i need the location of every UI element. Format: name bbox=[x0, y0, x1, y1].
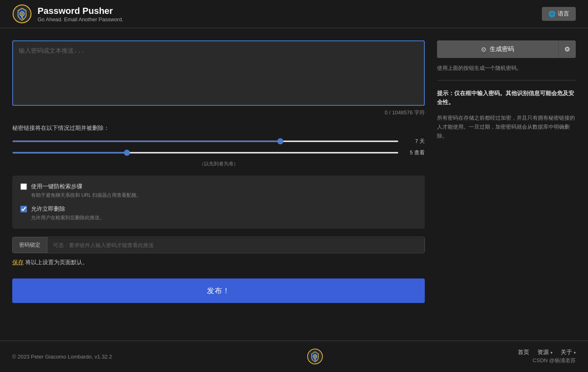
gear-button[interactable]: ⚙ bbox=[558, 40, 576, 58]
options-box: 使用一键防检索步骤 有助于避免聊天系统和 URL 扫描器占用查看配额。 允许立即… bbox=[12, 176, 425, 229]
gear-icon: ⚙ bbox=[564, 46, 570, 53]
password-lock-row: 密码锁定 bbox=[12, 237, 425, 253]
generate-label: 生成密码 bbox=[490, 45, 514, 53]
language-button[interactable]: 🌐 语言 bbox=[542, 7, 576, 21]
header-title-block: Password Pusher Go Ahead. Email Another … bbox=[38, 6, 123, 22]
generate-row: ⊙ 生成密码 ⚙ bbox=[437, 40, 576, 58]
sliders-section: 秘密链接将在以下情况过期并被删除： 7 天 5 查看 （以先到者为准） bbox=[12, 125, 425, 167]
publish-button[interactable]: 发布！ bbox=[12, 278, 425, 303]
anti-crawl-label-row: 使用一键防检索步骤 bbox=[20, 183, 417, 190]
security-tip-strong: 提示：仅在框中输入密码。其他识别信息可能会危及安全性。 bbox=[437, 90, 574, 105]
sliders-label: 秘密链接将在以下情况过期并被删除： bbox=[12, 125, 425, 132]
divider-1 bbox=[437, 80, 576, 80]
expiry-slider-row: 7 天 bbox=[12, 138, 425, 145]
expiry-slider[interactable] bbox=[12, 140, 399, 142]
left-column: 0 / 1048576 字符 秘密链接将在以下情况过期并被删除： 7 天 5 查… bbox=[12, 40, 425, 303]
svg-point-4 bbox=[21, 13, 23, 15]
resources-arrow: ▾ bbox=[550, 350, 552, 355]
save-link[interactable]: 保存 bbox=[12, 259, 24, 265]
expiry-value: 7 天 bbox=[404, 138, 425, 145]
csdn-tag: CSDN @杨浦老苏 bbox=[533, 357, 576, 364]
footer: © 2023 Peter Giacomo Lombardo, v1.32.2 首… bbox=[0, 341, 588, 372]
lock-input[interactable] bbox=[47, 238, 424, 252]
footer-copyright: © 2023 Peter Giacomo Lombardo, v1.32.2 bbox=[12, 354, 112, 360]
generate-icon: ⊙ bbox=[481, 46, 486, 53]
allow-delete-row: 允许立即删除 允许用户在检索到后删除此推送。 bbox=[20, 205, 417, 221]
nav-resources[interactable]: 资源 ▾ bbox=[537, 349, 552, 356]
globe-icon: 🌐 bbox=[548, 11, 555, 17]
allow-delete-checkbox[interactable] bbox=[20, 206, 27, 212]
main-content: 0 / 1048576 字符 秘密链接将在以下情况过期并被删除： 7 天 5 查… bbox=[0, 28, 588, 341]
textarea-wrapper: 0 / 1048576 字符 bbox=[12, 40, 425, 116]
anti-crawl-checkbox[interactable] bbox=[20, 183, 27, 190]
content-row: 0 / 1048576 字符 秘密链接将在以下情况过期并被删除： 7 天 5 查… bbox=[12, 40, 576, 303]
app-subtitle: Go Ahead. Email Another Password. bbox=[38, 16, 123, 22]
lang-label: 语言 bbox=[558, 10, 569, 18]
nav-home[interactable]: 首页 bbox=[518, 349, 529, 356]
security-tip: 提示：仅在框中输入密码。其他识别信息可能会危及安全性。 bbox=[437, 89, 576, 107]
char-count: 0 / 1048576 字符 bbox=[12, 109, 425, 116]
resources-label: 资源 bbox=[537, 349, 549, 355]
about-label: 关于 bbox=[561, 349, 572, 355]
lock-tab-label: 密码锁定 bbox=[13, 237, 47, 253]
app-title: Password Pusher bbox=[38, 6, 123, 16]
header-left: Password Pusher Go Ahead. Email Another … bbox=[12, 4, 123, 24]
allow-delete-label-row: 允许立即删除 bbox=[20, 205, 417, 213]
views-slider[interactable] bbox=[12, 152, 399, 154]
about-arrow: ▾ bbox=[574, 350, 576, 355]
generate-hint: 使用上面的按钮生成一个随机密码。 bbox=[437, 65, 576, 72]
nav-about[interactable]: 关于 ▾ bbox=[561, 349, 576, 356]
security-body: 所有密码在存储之前都经过加密，并且只有拥有秘密链接的人才能使用。一旦过期，加密密… bbox=[437, 114, 576, 140]
views-value: 5 查看 bbox=[404, 149, 425, 156]
allow-delete-sub: 允许用户在检索到后删除此推送。 bbox=[31, 214, 417, 221]
header: Password Pusher Go Ahead. Email Another … bbox=[0, 0, 588, 28]
allow-delete-label[interactable]: 允许立即删除 bbox=[31, 205, 65, 213]
save-defaults: 保存 将以上设置为页面默认。 bbox=[12, 259, 425, 266]
anti-crawl-row: 使用一键防检索步骤 有助于避免聊天系统和 URL 扫描器占用查看配额。 bbox=[20, 183, 417, 199]
footer-logo-icon bbox=[307, 348, 323, 365]
svg-point-9 bbox=[314, 356, 315, 357]
save-defaults-text: 将以上设置为页面默认。 bbox=[25, 259, 88, 265]
views-slider-row: 5 查看 bbox=[12, 149, 425, 156]
generate-password-button[interactable]: ⊙ 生成密码 bbox=[437, 40, 558, 58]
footer-nav: 首页 资源 ▾ 关于 ▾ bbox=[518, 349, 576, 356]
slider-note: （以先到者为准） bbox=[12, 160, 425, 167]
password-textarea[interactable] bbox=[12, 40, 425, 106]
right-column: ⊙ 生成密码 ⚙ 使用上面的按钮生成一个随机密码。 提示：仅在框中输入密码。其他… bbox=[437, 40, 576, 140]
footer-center bbox=[307, 348, 323, 365]
logo-icon bbox=[12, 4, 32, 24]
anti-crawl-label[interactable]: 使用一键防检索步骤 bbox=[31, 183, 82, 190]
anti-crawl-sub: 有助于避免聊天系统和 URL 扫描器占用查看配额。 bbox=[31, 192, 417, 199]
footer-right: 首页 资源 ▾ 关于 ▾ CSDN @杨浦老苏 bbox=[518, 349, 576, 364]
